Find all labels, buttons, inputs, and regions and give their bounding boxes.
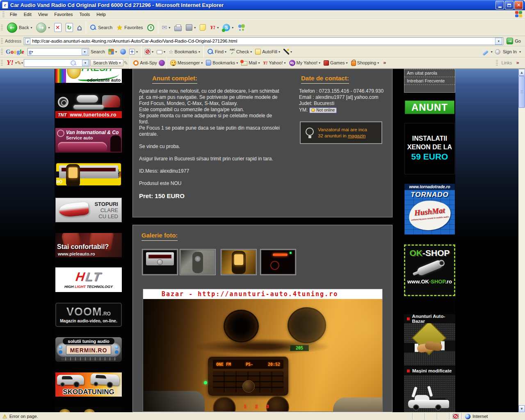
- yahoo-toolbar-button[interactable]: Y! ▾: [208, 23, 221, 32]
- google-wand-button[interactable]: ▾: [282, 48, 294, 55]
- banner-numere-personalizate[interactable]: RO numerepersonalizate.ro: [55, 162, 122, 186]
- sidebar-link[interactable]: Intrebari Frecvente: [404, 77, 455, 85]
- print-button[interactable]: [172, 23, 184, 32]
- pencil-icon[interactable]: ✎: [123, 60, 128, 66]
- warning-icon[interactable]: ⚠: [2, 413, 7, 420]
- messenger-button[interactable]: [235, 23, 248, 32]
- scrollbar-thumb[interactable]: [518, 76, 525, 108]
- toolbar-grip[interactable]: [496, 60, 498, 66]
- search-web-button[interactable]: Search Web ▾: [90, 59, 123, 66]
- main-photo[interactable]: Bazar - http://anunturi-auto.4tuning.ro …: [143, 289, 383, 412]
- games-button[interactable]: Games ▾: [322, 59, 349, 66]
- wrench-icon[interactable]: [482, 50, 488, 56]
- pencil-icon[interactable]: ✎: [17, 60, 21, 66]
- gallery-thumbnail-4[interactable]: [260, 249, 296, 275]
- google-search-input[interactable]: g ▾ ▾: [27, 48, 89, 56]
- anti-spy-button[interactable]: Anti-Spy: [132, 59, 159, 66]
- my-yahoo-button[interactable]: My My Yahoo! ▾: [288, 59, 322, 67]
- gallery-thumbnail-3[interactable]: [221, 249, 257, 275]
- address-input[interactable]: e http://car-audio.anunturi-auto.4tuning…: [24, 37, 503, 45]
- contact-email: Email : alexdinu1977 [at] yahoo.com: [299, 94, 389, 100]
- magazin-link[interactable]: magazin: [348, 133, 365, 138]
- shopping-button[interactable]: Shopping ▾: [349, 59, 381, 67]
- yahoo-logo[interactable]: Y!: [7, 59, 14, 67]
- overflow-chevron-icon[interactable]: »: [381, 60, 389, 66]
- refresh-button[interactable]: ↻: [64, 22, 75, 33]
- google-earth-button[interactable]: [119, 48, 128, 55]
- yahoo-search-input[interactable]: ▾: [24, 59, 89, 67]
- modified-car-image[interactable]: [404, 375, 455, 412]
- toolbar-grip[interactable]: [1, 38, 3, 44]
- history-button[interactable]: [145, 23, 156, 32]
- banner-van-international[interactable]: Van International & Co Service auto: [55, 128, 122, 153]
- banner-partial[interactable]: [55, 407, 122, 412]
- banner-hlt[interactable]: HLT HIGH LIGHT TECHNOLOGY: [55, 267, 122, 292]
- toolbar-grip[interactable]: [1, 49, 3, 55]
- google-search-dropdown[interactable]: ▾: [82, 49, 88, 55]
- mail-button[interactable]: ✉ ▾: [160, 23, 173, 32]
- toolbar-grip[interactable]: [2, 11, 5, 17]
- banner-skodatuning[interactable]: SKODATUNING: [55, 372, 122, 397]
- banner-stopuri-led[interactable]: STOPURI CLARE CU LED: [55, 198, 122, 222]
- vertical-scrollbar[interactable]: ▲ ▼: [518, 69, 525, 412]
- menu-item[interactable]: Tools: [76, 11, 94, 18]
- banner-pieleauto[interactable]: Stai confortabil? www.pieleauto.ro: [55, 233, 122, 257]
- google-signin-button[interactable]: Sign In: [503, 49, 517, 54]
- menu-item[interactable]: Edit: [21, 11, 35, 18]
- minimize-button[interactable]: [495, 1, 504, 9]
- favorites-button[interactable]: ★ Favorites: [114, 23, 145, 32]
- menu-item[interactable]: Favorites: [51, 11, 76, 18]
- discuss-button[interactable]: [198, 23, 208, 32]
- address-dropdown-button[interactable]: ▾: [495, 38, 502, 45]
- scroll-down-button[interactable]: ▼: [518, 405, 525, 412]
- add-anunt-button[interactable]: ANUNT: [405, 100, 454, 114]
- google-news-button[interactable]: ▾: [107, 48, 119, 55]
- banner-tunertools[interactable]: TNT www.tunertools.ro: [55, 94, 122, 118]
- search-button[interactable]: Search: [88, 23, 114, 32]
- google-add-button[interactable]: + ▾: [128, 48, 139, 55]
- yahoo-bookmarks-button[interactable]: Bookmarks ▾: [204, 59, 240, 66]
- overflow-chevron-icon[interactable]: »: [514, 60, 522, 66]
- yahoo-home-button[interactable]: Y! Yahoo! ▾: [261, 59, 287, 66]
- back-button[interactable]: ← Back ▾: [5, 22, 34, 34]
- maximize-button[interactable]: [505, 1, 514, 9]
- google-check-button[interactable]: ABC✓ Check ▾: [228, 48, 253, 56]
- home-button[interactable]: ⌂: [75, 22, 84, 33]
- close-button[interactable]: ✕: [514, 1, 523, 9]
- edit-button[interactable]: ▾: [184, 23, 198, 32]
- gallery-thumbnail-2[interactable]: [180, 249, 216, 275]
- google-search-button[interactable]: Search: [89, 48, 107, 55]
- go-button[interactable]: → Go: [503, 38, 525, 44]
- google-find-button[interactable]: Find ▾: [205, 48, 228, 56]
- sidebar-link[interactable]: Am uitat parola: [404, 69, 455, 77]
- toolbar-grip[interactable]: [1, 60, 3, 66]
- banner-xenon[interactable]: INSTALATII XENON DE LA 59 EURO: [404, 123, 455, 174]
- banner-okshop[interactable]: OK-SHOP www.OK-SHOP.ro: [404, 244, 455, 296]
- forward-button[interactable]: → ▾: [34, 22, 52, 34]
- ym-status-badge[interactable]: Not online: [309, 107, 337, 113]
- banner-voom[interactable]: VOOM.RO Magazin audio-video, on-line.: [55, 303, 122, 327]
- headset-icon[interactable]: [159, 60, 165, 66]
- popup-blocker-button[interactable]: ▾: [143, 48, 155, 55]
- toolbar-grip[interactable]: [1, 25, 3, 30]
- menu-item[interactable]: File: [7, 11, 21, 18]
- banner-mermin[interactable]: solutii tuning audio MERMIN.RO: [55, 337, 122, 362]
- banner-fresh-odorizante[interactable]: FRESH odorizante auto: [55, 69, 122, 83]
- handshake-image[interactable]: [404, 323, 455, 365]
- banner-tornado[interactable]: www.tornadotrade.ro TORNADO HushMat enha…: [404, 184, 455, 235]
- google-bookmarks-button[interactable]: ☆ Bookmarks ▾: [167, 48, 202, 56]
- yahoo-mail-button[interactable]: Mail ▾: [240, 59, 261, 66]
- section-header-masini-modificate[interactable]: Mașini modificate: [404, 366, 455, 375]
- popup-blocked-cell[interactable]: [449, 413, 461, 420]
- section-header-auto-bazar[interactable]: Anunturi Auto-Bazar: [404, 314, 455, 323]
- google-autofill-button[interactable]: AutoFill ▾: [253, 48, 282, 55]
- gallery-thumbnail-1[interactable]: [142, 249, 178, 275]
- scroll-up-button[interactable]: ▲: [518, 69, 525, 76]
- google-options-button[interactable]: ▾: [155, 48, 167, 55]
- menu-item[interactable]: Help: [93, 11, 109, 18]
- messenger-button[interactable]: Messenger ▾: [169, 59, 204, 67]
- menu-item[interactable]: View: [35, 11, 51, 18]
- stop-button[interactable]: ✕: [52, 22, 64, 33]
- skype-button[interactable]: S ▾: [221, 23, 235, 32]
- yahoo-search-dropdown[interactable]: ▾: [82, 60, 89, 66]
